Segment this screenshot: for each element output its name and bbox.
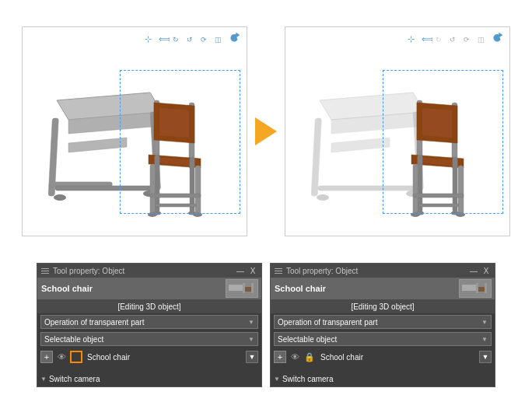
close-btn-right[interactable]: X [481, 266, 491, 275]
left-dropdown1[interactable]: Operation of transparent part ▼ [40, 315, 258, 329]
svg-text:↻: ↻ [436, 36, 442, 44]
right-switch-camera-row: ▼ Switch camera [271, 371, 495, 386]
layer-expand-left[interactable]: ▼ [246, 351, 258, 363]
svg-rect-23 [195, 166, 201, 215]
svg-rect-27 [156, 204, 196, 207]
right-titlebar-left: Tool property: Object [275, 267, 358, 275]
dropdown2-arrow-right: ▼ [481, 336, 488, 343]
svg-rect-66 [251, 283, 254, 293]
svg-marker-6 [236, 33, 239, 37]
rotate-x-icon[interactable]: ↺ [186, 32, 198, 44]
layer-add-btn-right[interactable]: + [274, 351, 286, 363]
refresh-icon-left[interactable] [228, 32, 240, 44]
resize-icon[interactable]: ⟺ [158, 32, 170, 44]
dropdown2-arrow-left: ▼ [248, 336, 254, 343]
left-thumbnail [226, 279, 258, 298]
svg-rect-43 [318, 186, 415, 191]
left-dropdown2[interactable]: Selectable object ▼ [40, 332, 258, 346]
right-arrow [255, 117, 277, 145]
right-thumbnail [459, 279, 492, 298]
layer-expand-right[interactable]: ▼ [479, 351, 492, 363]
right-dropdown1-row: Operation of transparent part ▼ [271, 313, 495, 330]
left-switch-camera-row: ▼ Switch camera [37, 371, 261, 386]
titlebar-controls-right: — X [469, 266, 491, 275]
right-switch-camera: Switch camera [282, 375, 334, 383]
svg-marker-19 [159, 108, 189, 138]
rotate-icon-r[interactable]: ↻ [435, 32, 447, 44]
svg-point-31 [188, 211, 196, 215]
left-layer-row: + 👁 School chair ▼ [37, 348, 261, 366]
titlebar-left: Tool property: Object [41, 267, 124, 275]
hamburger-icon-right [275, 268, 282, 274]
rotate-y-icon[interactable]: ↻ [172, 32, 184, 44]
svg-marker-46 [331, 138, 390, 152]
left-scene [23, 27, 247, 236]
svg-rect-69 [476, 283, 478, 293]
left-image-panel: ⊹ ⟺ ↻ ↺ ⟳ ◫ [22, 26, 247, 236]
left-panel-toolbar: ⊹ ⟺ ↻ ↺ ⟳ ◫ [144, 32, 240, 44]
right-dropdown2-row: Selectable object ▼ [271, 330, 495, 348]
svg-rect-57 [413, 194, 464, 198]
resize-icon-r[interactable]: ⟺ [421, 32, 433, 44]
left-object-name: School chair [41, 281, 93, 296]
svg-point-13 [54, 194, 66, 201]
svg-rect-67 [462, 285, 476, 291]
right-scene [285, 27, 509, 236]
left-dropdown2-row: Selectable object ▼ [37, 330, 261, 348]
right-object-name: School chair [275, 281, 326, 296]
left-tool-panel: Tool property: Object — X School chair [37, 263, 262, 387]
svg-text:↺: ↺ [187, 36, 193, 44]
svg-text:⟺: ⟺ [159, 34, 170, 44]
svg-rect-63 [229, 285, 243, 291]
left-dropdown1-row: Operation of transparent part ▼ [37, 313, 261, 330]
right-layer-row: + 👁 🔒 School chair ▼ [271, 348, 495, 366]
layer-selected-indicator-left [70, 351, 82, 363]
svg-point-62 [451, 211, 459, 215]
svg-text:⊹: ⊹ [408, 34, 415, 44]
titlebar-controls-left: — X [236, 266, 257, 275]
svg-point-44 [317, 194, 329, 201]
refresh-icon-right[interactable] [491, 32, 503, 44]
minimize-btn-left[interactable]: — [236, 266, 245, 275]
arrow-container [255, 117, 277, 145]
svg-text:↻: ↻ [173, 36, 179, 44]
svg-text:◫: ◫ [478, 36, 485, 44]
right-dropdown2[interactable]: Selectable object ▼ [274, 332, 492, 346]
main-container: ⊹ ⟺ ↻ ↺ ⟳ ◫ [0, 0, 532, 395]
layer-lock-right[interactable]: 🔒 [303, 351, 316, 363]
layer-visibility-right[interactable]: 👁 [289, 351, 301, 363]
disabled-icon-3: ◫ [477, 32, 489, 44]
svg-rect-70 [485, 283, 487, 293]
left-editing-label: [Editing 3D object] [37, 299, 261, 313]
right-dropdown1[interactable]: Operation of transparent part ▼ [274, 315, 492, 329]
right-title-text: Tool property: Object [286, 267, 358, 275]
dropdown1-arrow-left: ▼ [248, 319, 254, 326]
dropdown1-arrow-right: ▼ [481, 319, 488, 326]
left-layer-name: School chair [85, 353, 243, 362]
rotate-z-icon[interactable]: ⟳ [200, 32, 212, 44]
svg-rect-41 [311, 118, 321, 196]
right-image-panel: ⊹ ⟺ ↻ ↺ ⟳ ◫ [285, 26, 510, 236]
left-tool-titlebar: Tool property: Object — X [37, 264, 261, 278]
svg-text:⟳: ⟳ [464, 36, 470, 44]
svg-marker-38 [499, 33, 502, 37]
svg-rect-65 [243, 283, 245, 293]
transform-icon[interactable]: ◫ [214, 32, 226, 44]
close-btn-left[interactable]: X [248, 266, 257, 275]
left-switch-camera: Switch camera [49, 375, 100, 383]
minimize-btn-right[interactable]: — [469, 266, 478, 275]
svg-text:⊹: ⊹ [145, 34, 152, 44]
layer-visibility-left[interactable]: 👁 [55, 351, 68, 363]
switch-camera-triangle-left: ▼ [40, 376, 47, 383]
right-panel-toolbar: ⊹ ⟺ ↻ ↺ ⟳ ◫ [407, 32, 503, 44]
hamburger-icon [41, 268, 49, 274]
disabled-icon-1: ↺ [449, 32, 461, 44]
layer-add-btn-left[interactable]: + [40, 351, 53, 363]
move-icon-r[interactable]: ⊹ [407, 32, 419, 44]
right-layer-name: School chair [318, 353, 477, 362]
move-icon[interactable]: ⊹ [144, 32, 156, 44]
right-tool-titlebar: Tool property: Object — X [271, 264, 495, 278]
svg-text:⟳: ⟳ [201, 36, 207, 44]
svg-rect-58 [418, 204, 459, 207]
left-title-text: Tool property: Object [53, 267, 124, 275]
